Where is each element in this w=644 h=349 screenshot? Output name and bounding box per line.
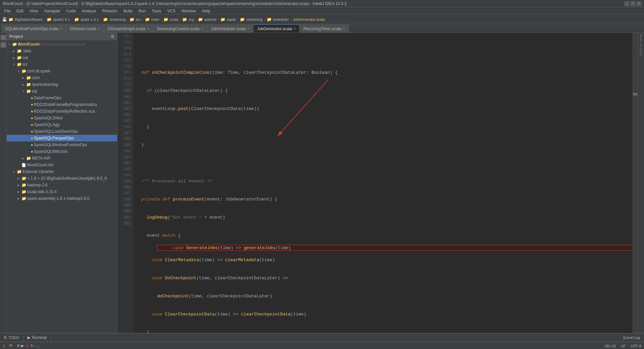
tree-external-libraries[interactable]: ▼ 📁 External Libraries bbox=[7, 168, 117, 175]
code-content[interactable]: def onCheckpointCompletion(time: Time, c… bbox=[133, 33, 633, 333]
tree-sparksqlagg[interactable]: ● SparkSQLAgg bbox=[7, 121, 117, 128]
tab-todo[interactable]: 6: TODO bbox=[0, 333, 23, 342]
menu-view[interactable]: View bbox=[27, 8, 41, 14]
tree-rdd2df-programmatic[interactable]: ● RDD2DataFrameByProgrammatica bbox=[7, 101, 117, 108]
tree-core[interactable]: ▶ 📁 core bbox=[7, 74, 117, 81]
tab-close-dstreamgraph[interactable]: ✕ bbox=[147, 27, 149, 31]
breadcrumb-spark161-folder[interactable]: 📁 bbox=[47, 17, 52, 22]
breadcrumb-org-folder[interactable]: 📁 bbox=[182, 17, 187, 22]
status-run-icon[interactable]: ▶ bbox=[21, 344, 24, 348]
tree-dataframeops[interactable]: ● DataFrameOps bbox=[7, 95, 117, 101]
tree-sparksteaming[interactable]: ▶ 📁 sparksteaming bbox=[7, 81, 117, 88]
project-icon[interactable]: P bbox=[1, 35, 6, 40]
breadcrumb-streaming-label: streaming bbox=[109, 17, 125, 21]
status-settings-icon[interactable]: ⚙ bbox=[17, 344, 20, 348]
tree-sql[interactable]: ▼ 📁 sql bbox=[7, 88, 117, 95]
structure-icon[interactable]: S bbox=[1, 42, 6, 48]
menu-tools[interactable]: Tools bbox=[149, 8, 164, 14]
tab-dstream[interactable]: DStream.scala ✕ bbox=[66, 24, 104, 33]
breadcrumb-streaming2-folder[interactable]: 📁 bbox=[240, 17, 245, 22]
minimize-button[interactable]: ─ bbox=[625, 1, 629, 6]
tab-close-sql-window[interactable]: ✕ bbox=[60, 27, 62, 31]
event-log-tab[interactable]: Event Log bbox=[619, 336, 644, 340]
tab-close-jobscheduler[interactable]: ✕ bbox=[247, 27, 250, 31]
status-down-icon[interactable]: ↓ bbox=[38, 344, 40, 348]
file-tabs: SQLWindowFuntionOps.scala ✕ DStream.scal… bbox=[0, 24, 644, 33]
breadcrumb-scala-label: scala bbox=[170, 17, 178, 21]
tab-close-jobgenerator[interactable]: ✕ bbox=[293, 27, 296, 31]
status-sync-icon[interactable]: ↻ bbox=[31, 344, 34, 348]
menu-vcs[interactable]: VCS bbox=[165, 8, 178, 14]
tree-wordcount-root[interactable]: ▼ 📁 WordCount D:\IdeaProjects\WordCount bbox=[7, 41, 117, 48]
tree-src[interactable]: ▼ 📁 src bbox=[7, 61, 117, 68]
tree-sparksql2hive[interactable]: ● SparkSQL2Hive bbox=[7, 115, 117, 121]
right-panel-maven[interactable]: Maven Projects bbox=[639, 34, 642, 57]
tree-scala-sdk[interactable]: ▶ 📁 scala-sdk-2.10.4 bbox=[7, 188, 117, 195]
status-lf: LF bbox=[621, 344, 626, 348]
tab-sql-window[interactable]: SQLWindowFuntionOps.scala ✕ bbox=[1, 24, 66, 33]
terminal-icon: ▶ bbox=[28, 335, 31, 340]
menu-build[interactable]: Build bbox=[121, 8, 135, 14]
breadcrumb-main-folder[interactable]: 📁 bbox=[145, 17, 150, 22]
terminal-label: Terminal bbox=[32, 335, 47, 340]
menu-help[interactable]: Help bbox=[199, 8, 213, 14]
tab-recurringtimer[interactable]: RecurringTimer.scala ✕ bbox=[300, 24, 349, 33]
project-panel-header: Project ⚙ bbox=[7, 33, 117, 40]
tree-rdd2df-reflection[interactable]: ● RDD2DataFrameByReflection.sca bbox=[7, 108, 117, 115]
breadcrumb-spark2-folder[interactable]: 📁 bbox=[220, 17, 225, 22]
tree-wordcount-iml[interactable]: 📄 WordCount.iml bbox=[7, 162, 117, 168]
tree-sparksqlwithjoin[interactable]: ● SparkSQLWithJoin bbox=[7, 148, 117, 155]
breadcrumb-big-data[interactable]: 📁 bbox=[8, 17, 13, 22]
status-utf8: UTF-8 bbox=[631, 344, 641, 348]
tab-terminal[interactable]: ▶ Terminal bbox=[23, 333, 51, 342]
todo-number-icon: 6: bbox=[4, 335, 7, 340]
code-line-179: logDebug("Got event " + event) bbox=[136, 215, 630, 221]
code-editor[interactable]: 171 172 173 174 175 176 177 178 179 180 … bbox=[117, 33, 637, 333]
maximize-button[interactable]: □ bbox=[631, 1, 635, 6]
tree-sparksqlparquetops[interactable]: ● SparkSQLParquetOps bbox=[7, 135, 117, 141]
status-up-icon[interactable]: ↑ bbox=[35, 344, 37, 348]
breadcrumb-spark-folder[interactable]: 📁 bbox=[74, 17, 79, 22]
project-header-gear[interactable]: ⚙ bbox=[111, 34, 114, 39]
menu-run[interactable]: Run bbox=[136, 8, 149, 14]
scroll-thumb[interactable] bbox=[633, 93, 637, 96]
tree-hadoop[interactable]: ▶ 📁 hadoop-2.6 bbox=[7, 182, 117, 188]
tab-dstreamgraph[interactable]: DStreamGraph.scala ✕ bbox=[104, 24, 153, 33]
menu-navigate[interactable]: Navigate bbox=[42, 8, 63, 14]
editor-scrollbar[interactable] bbox=[633, 33, 637, 333]
menu-code[interactable]: Code bbox=[63, 8, 78, 14]
menu-refactor[interactable]: Refactor bbox=[100, 8, 120, 14]
tab-jobscheduler[interactable]: JobScheduler.scala ✕ bbox=[207, 24, 253, 33]
breadcrumb-scheduler-folder[interactable]: 📁 bbox=[267, 17, 272, 22]
bottom-area: 6: TODO ▶ Terminal Event Log S 中 ⚙ ▶ 🐞 ↻… bbox=[0, 333, 644, 349]
tree-meta-inf[interactable]: ▶ 📁 META-INF bbox=[7, 155, 117, 162]
breadcrumb-src-folder[interactable]: 📁 bbox=[129, 17, 135, 22]
menu-file[interactable]: File bbox=[1, 8, 13, 14]
tree-spark-assembly[interactable]: ▶ 📁 spark-assembly-1.6.1-hadoop2.6.0 bbox=[7, 195, 117, 202]
tree-sparksqlwindow[interactable]: ● SparkSQLWindowFuntionOps bbox=[7, 141, 117, 148]
tree-idea[interactable]: ▶ 📁 .idea bbox=[7, 48, 117, 54]
left-sidebar-icons: P S bbox=[0, 33, 7, 333]
tree-jdk18[interactable]: ▶ 📁 < 1.8 > (D:\BigDataSoftware\Java\jdk… bbox=[7, 175, 117, 182]
breadcrumb-apache-folder[interactable]: 📁 bbox=[198, 17, 203, 22]
menu-window[interactable]: Window bbox=[179, 8, 199, 14]
tab-close-dstream[interactable]: ✕ bbox=[98, 27, 100, 31]
tree-com-dt-spark[interactable]: ▼ 📁 com.dt.spark bbox=[7, 68, 117, 74]
tab-close-recurringtimer[interactable]: ✕ bbox=[342, 27, 345, 31]
tree-sparksqlloadsaveops[interactable]: ● SparkSQLLoadSaveOps bbox=[7, 128, 117, 135]
breadcrumb-scala-folder[interactable]: 📁 bbox=[163, 17, 168, 22]
tab-jobgenerator[interactable]: JobGenerator.scala ✕ bbox=[253, 24, 300, 33]
tab-streamingcontext[interactable]: StreamingContext.scala ✕ bbox=[153, 24, 207, 33]
breadcrumb-streaming-folder[interactable]: 📁 bbox=[103, 17, 108, 22]
bottom-tabs: 6: TODO ▶ Terminal Event Log bbox=[0, 333, 644, 342]
status-debug-icon[interactable]: 🐞 bbox=[25, 344, 30, 348]
project-tree: ▼ 📁 WordCount D:\IdeaProjects\WordCount … bbox=[7, 40, 117, 333]
tab-close-streamingcontext[interactable]: ✕ bbox=[201, 27, 203, 31]
menu-edit[interactable]: Edit bbox=[14, 8, 26, 14]
close-button[interactable]: ✕ bbox=[637, 1, 641, 6]
code-line-185: case ClearCheckpointData(time) => clearC… bbox=[136, 311, 630, 317]
todo-label: TODO bbox=[8, 336, 19, 340]
annotation-arrow bbox=[133, 33, 633, 234]
tree-out[interactable]: ▶ 📁 out bbox=[7, 54, 117, 61]
menu-analyze[interactable]: Analyze bbox=[79, 8, 99, 14]
